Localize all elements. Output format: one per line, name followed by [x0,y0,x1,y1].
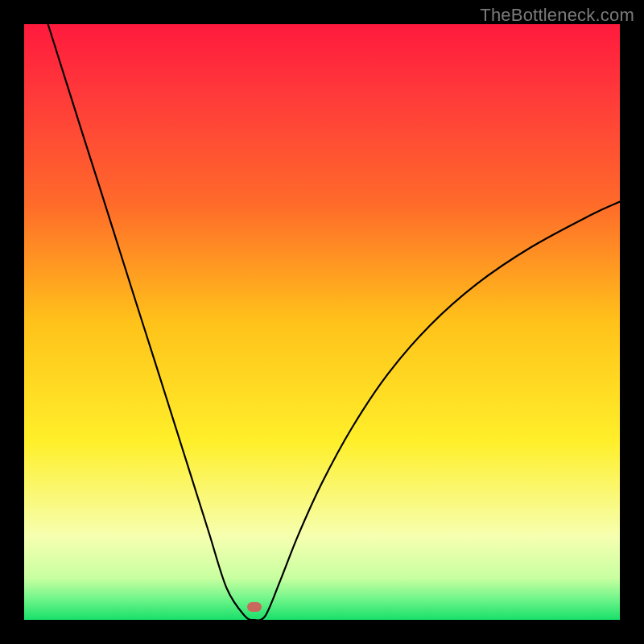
watermark-text: TheBottleneck.com [480,5,634,26]
chart-frame: TheBottleneck.com [0,0,644,644]
plot-area [24,24,620,620]
optimum-marker [247,602,262,612]
chart-curve [24,24,620,620]
